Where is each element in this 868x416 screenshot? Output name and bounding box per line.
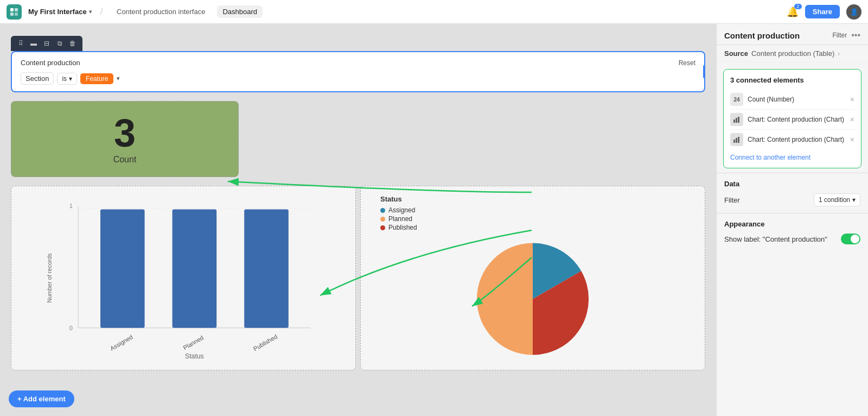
share-button[interactable]: Share bbox=[805, 5, 840, 18]
add-element-button[interactable]: + Add element bbox=[9, 390, 74, 407]
app-name-chevron-icon: ▾ bbox=[89, 9, 92, 15]
data-filter-chevron-icon: ▾ bbox=[852, 196, 856, 204]
main-layout: ⠿ ▬ ⊟ ⧉ 🗑 Content production Reset Secti… bbox=[0, 24, 868, 416]
nav-tab-dashboard[interactable]: Dashboard bbox=[217, 5, 263, 18]
filter-op-selector[interactable]: is ▾ bbox=[57, 73, 77, 85]
source-value[interactable]: Content production (Table) bbox=[751, 49, 834, 58]
toolbar-delete-icon[interactable]: 🗑 bbox=[67, 38, 78, 49]
connect-link[interactable]: Connect to another element bbox=[730, 154, 854, 161]
filter-value-tag[interactable]: Feature bbox=[80, 73, 113, 84]
filter-row: Section is ▾ Feature ▾ bbox=[21, 72, 695, 85]
bar-chart-svg: 1 0 Assigned Planned Published Statu bbox=[20, 195, 347, 361]
filter-add-arrow-icon[interactable]: ▾ bbox=[117, 75, 120, 82]
legend-dot-assigned bbox=[380, 208, 385, 213]
svg-text:1: 1 bbox=[69, 203, 73, 209]
svg-rect-19 bbox=[738, 117, 739, 123]
notification-bell[interactable]: 🔔 2 bbox=[787, 6, 799, 18]
legend-dot-published bbox=[380, 225, 385, 230]
toolbar-layout1-icon[interactable]: ▬ bbox=[28, 38, 39, 49]
toolbar-drag-icon[interactable]: ⠿ bbox=[15, 38, 26, 49]
legend-dot-planned bbox=[380, 217, 385, 222]
svg-rect-18 bbox=[736, 118, 737, 123]
svg-rect-2 bbox=[10, 12, 14, 16]
svg-rect-9 bbox=[100, 210, 145, 328]
appearance-section-title: Appearance bbox=[724, 220, 860, 228]
connected-item-count-close-icon[interactable]: × bbox=[850, 95, 854, 104]
connected-item-chart1: Chart: Content production (Chart) × bbox=[730, 110, 854, 130]
reset-button[interactable]: Reset bbox=[679, 59, 695, 67]
sidebar-header: Content production Filter ••• bbox=[717, 24, 868, 45]
right-sidebar: Content production Filter ••• Source Con… bbox=[716, 24, 868, 416]
app-name[interactable]: My First Interface ▾ bbox=[28, 8, 92, 16]
chart1-icon bbox=[730, 113, 743, 126]
sidebar-source: Source Content production (Table) › bbox=[717, 45, 868, 62]
data-section: Data Filter 1 condition ▾ bbox=[717, 173, 868, 213]
source-arrow-icon: › bbox=[838, 50, 840, 58]
svg-rect-17 bbox=[733, 119, 735, 123]
svg-text:Status: Status bbox=[185, 352, 204, 360]
count-icon: 24 bbox=[730, 93, 743, 106]
notification-badge: 2 bbox=[794, 4, 802, 9]
toolbar-layout2-icon[interactable]: ⊟ bbox=[41, 38, 52, 49]
svg-rect-1 bbox=[15, 8, 18, 11]
avatar[interactable]: 👤 bbox=[846, 4, 861, 20]
nav-tab-content-production[interactable]: Content production interface bbox=[111, 5, 210, 18]
connected-item-chart2: Chart: Content production (Chart) × bbox=[730, 130, 854, 149]
nav-separator: / bbox=[100, 7, 103, 17]
filter-blue-accent bbox=[703, 65, 705, 78]
svg-text:Planned: Planned bbox=[182, 334, 205, 351]
pie-legend-title: Status bbox=[380, 195, 417, 203]
data-filter-label: Filter bbox=[724, 196, 740, 204]
connected-item-chart1-close-icon[interactable]: × bbox=[850, 115, 854, 124]
connected-item-count: 24 Count (Number) × bbox=[730, 90, 854, 110]
data-filter-select[interactable]: 1 condition ▾ bbox=[814, 193, 860, 206]
connected-title: 3 connected elements bbox=[730, 76, 854, 84]
source-label: Source bbox=[724, 49, 748, 58]
data-filter-row: Filter 1 condition ▾ bbox=[724, 193, 860, 206]
filter-bar-header: Content production Reset bbox=[21, 59, 695, 67]
charts-row: Number of records 1 0 bbox=[11, 186, 705, 370]
count-label: Count bbox=[113, 155, 137, 165]
connected-item-chart2-label: Chart: Content production (Chart) bbox=[748, 136, 846, 143]
pie-chart-svg bbox=[468, 237, 598, 361]
pie-chart-box: Status Assigned Planned Published bbox=[360, 186, 705, 370]
sidebar-title: Content production bbox=[724, 31, 828, 40]
legend-item-published: Published bbox=[380, 224, 417, 231]
svg-rect-21 bbox=[736, 138, 737, 143]
filter-bar: Content production Reset Section is ▾ Fe… bbox=[11, 51, 705, 92]
show-label-text: Show label: "Content production" bbox=[724, 235, 827, 243]
svg-rect-0 bbox=[10, 8, 14, 11]
svg-rect-3 bbox=[15, 12, 18, 16]
toggle-thumb bbox=[851, 235, 859, 243]
svg-rect-20 bbox=[733, 140, 735, 143]
app-icon bbox=[7, 4, 22, 20]
filter-op-chevron-icon: ▾ bbox=[69, 75, 72, 83]
appearance-row: Show label: "Content production" bbox=[724, 234, 860, 244]
svg-text:0: 0 bbox=[69, 325, 73, 331]
sidebar-filter-button[interactable]: Filter bbox=[833, 31, 847, 39]
toolbar-copy-icon[interactable]: ⧉ bbox=[54, 38, 65, 49]
legend-item-planned: Planned bbox=[380, 215, 417, 223]
show-label-toggle[interactable] bbox=[841, 234, 860, 244]
svg-rect-22 bbox=[738, 137, 739, 143]
connected-item-count-label: Count (Number) bbox=[748, 96, 846, 103]
y-axis-label: Number of records bbox=[46, 253, 53, 302]
svg-text:Assigned: Assigned bbox=[109, 333, 134, 351]
bar-chart-box: Number of records 1 0 bbox=[11, 186, 356, 370]
connected-item-chart1-label: Chart: Content production (Chart) bbox=[748, 116, 846, 123]
connected-item-chart2-close-icon[interactable]: × bbox=[850, 135, 854, 144]
legend-item-assigned: Assigned bbox=[380, 206, 417, 214]
sidebar-more-icon[interactable]: ••• bbox=[851, 30, 860, 40]
count-number: 3 bbox=[114, 114, 136, 153]
appearance-section: Appearance Show label: "Content producti… bbox=[717, 213, 868, 251]
svg-rect-10 bbox=[173, 210, 217, 328]
filter-field-label: Section bbox=[21, 72, 54, 85]
count-card: 3 Count bbox=[11, 101, 239, 177]
data-section-title: Data bbox=[724, 180, 860, 188]
connected-elements-panel: 3 connected elements 24 Count (Number) ×… bbox=[723, 69, 861, 168]
svg-text:Published: Published bbox=[252, 333, 279, 352]
chart2-icon bbox=[730, 133, 743, 146]
filter-bar-title: Content production bbox=[21, 59, 80, 67]
svg-rect-11 bbox=[244, 210, 289, 328]
canvas-area: ⠿ ▬ ⊟ ⧉ 🗑 Content production Reset Secti… bbox=[0, 24, 716, 416]
